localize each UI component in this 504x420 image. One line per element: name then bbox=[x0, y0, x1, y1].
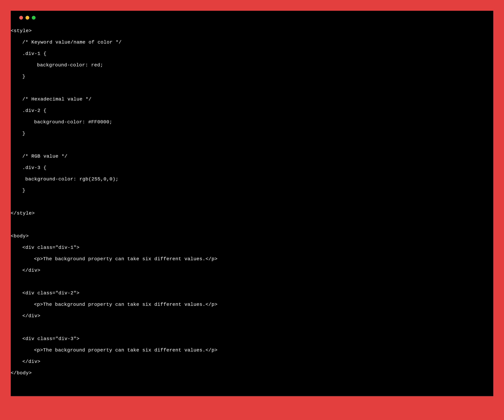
code-line: <div class="div-1"> bbox=[11, 242, 493, 253]
close-icon[interactable] bbox=[19, 16, 23, 19]
code-line: .div-3 { bbox=[11, 162, 493, 174]
blank-line bbox=[11, 139, 493, 151]
code-line: background-color: #FF0000; bbox=[11, 116, 493, 128]
code-line: background-color: rgb(255,0,0); bbox=[11, 174, 493, 185]
code-line: <style> bbox=[11, 25, 493, 37]
code-line: /* Hexadecimal value */ bbox=[11, 94, 493, 105]
code-content: <style> /* Keyword value/name of color *… bbox=[11, 22, 493, 387]
code-line: <p>The background property can take six … bbox=[11, 299, 493, 310]
code-line: </div> bbox=[11, 356, 493, 367]
code-line: <body> bbox=[11, 231, 493, 242]
title-bar bbox=[11, 11, 493, 22]
code-line: <div class="div-3"> bbox=[11, 333, 493, 345]
code-line: </div> bbox=[11, 265, 493, 276]
code-line: </div> bbox=[11, 310, 493, 322]
blank-line bbox=[11, 196, 493, 208]
code-line: <div class="div-2"> bbox=[11, 287, 493, 299]
code-line: background-color: red; bbox=[11, 60, 493, 71]
code-line: } bbox=[11, 71, 493, 82]
code-line: .div-2 { bbox=[11, 105, 493, 116]
blank-line bbox=[11, 82, 493, 94]
terminal-window: <style> /* Keyword value/name of color *… bbox=[11, 11, 493, 396]
code-line: </body> bbox=[11, 367, 493, 379]
code-line: } bbox=[11, 185, 493, 196]
code-line: .div-1 { bbox=[11, 48, 493, 60]
blank-line bbox=[11, 322, 493, 333]
code-line: <p>The background property can take six … bbox=[11, 345, 493, 356]
code-line: /* RGB value */ bbox=[11, 151, 493, 162]
code-line: /* Keyword value/name of color */ bbox=[11, 37, 493, 48]
code-line: <p>The background property can take six … bbox=[11, 253, 493, 265]
maximize-icon[interactable] bbox=[32, 16, 36, 19]
blank-line bbox=[11, 276, 493, 288]
minimize-icon[interactable] bbox=[25, 16, 29, 19]
code-line: } bbox=[11, 128, 493, 139]
code-line: </style> bbox=[11, 208, 493, 219]
blank-line bbox=[11, 219, 493, 231]
